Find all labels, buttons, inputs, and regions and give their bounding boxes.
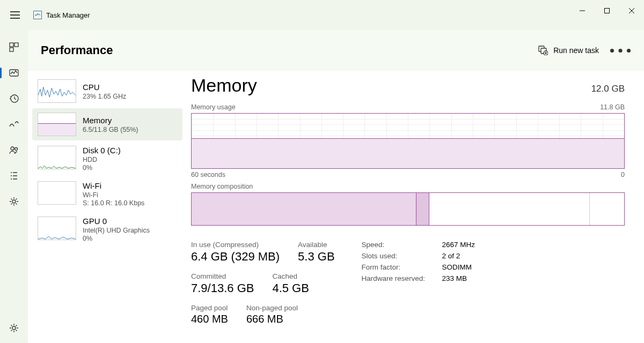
gpu-thumb [38, 217, 76, 240]
detail-panel: Memory 12.0 GB Memory usage 11.8 GB 60 s… [182, 71, 644, 343]
perf-name: Disk 0 (C:) [83, 146, 121, 155]
perf-sub: 6.5/11.8 GB (55%) [83, 126, 138, 133]
info-speed-v: 2667 MHz [442, 241, 475, 249]
perf-sub: HDD [83, 156, 121, 163]
detail-title: Memory [191, 75, 591, 96]
nav-startup[interactable] [3, 114, 25, 135]
titlebar: Task Manager [0, 0, 644, 30]
svg-rect-2 [14, 43, 18, 47]
stat-paged-label: Paged pool [191, 304, 228, 312]
nav-users[interactable] [3, 139, 25, 161]
composition-label: Memory composition [191, 183, 253, 190]
disk-thumb [38, 146, 76, 169]
usage-max: 11.8 GB [600, 103, 625, 111]
info-reserved-v: 233 MB [442, 274, 467, 282]
svg-point-13 [610, 48, 614, 52]
app-title: Task Manager [46, 11, 90, 19]
svg-rect-3 [10, 48, 13, 51]
info-speed-k: Speed: [362, 241, 442, 249]
menu-button[interactable] [4, 4, 26, 26]
main-header: Performance Run new task [28, 30, 644, 71]
nav-services[interactable] [3, 191, 25, 212]
cpu-thumb [38, 79, 76, 103]
minimize-button[interactable] [570, 0, 595, 21]
memory-usage-chart [191, 113, 625, 169]
stat-paged-value: 460 MB [191, 313, 228, 325]
axis-right: 0 [621, 171, 625, 178]
detail-total: 12.0 GB [591, 84, 625, 94]
nav-details[interactable] [3, 165, 25, 187]
stat-cached-label: Cached [272, 272, 309, 280]
info-reserved-k: Hardware reserved: [362, 274, 442, 282]
more-options-button[interactable] [610, 40, 631, 61]
svg-point-15 [627, 48, 631, 52]
usage-label: Memory usage [191, 103, 236, 111]
perf-item-memory[interactable]: Memory 6.5/11.8 GB (55%) [32, 108, 182, 140]
nav-performance[interactable] [3, 62, 25, 84]
svg-rect-1 [10, 43, 13, 47]
perf-sub2: 0% [83, 164, 121, 172]
stat-nonpaged-value: 666 MB [246, 313, 298, 325]
perf-item-gpu[interactable]: GPU 0 Intel(R) UHD Graphics 0% [32, 212, 182, 247]
stat-committed-label: Committed [191, 272, 254, 280]
app-icon [33, 11, 42, 19]
main-panel: Performance Run new task CPU 23% 1.65 GH… [28, 30, 644, 343]
perf-sub2: S: 16.0 R: 16.0 Kbps [83, 199, 144, 207]
stat-available-label: Available [298, 241, 334, 249]
perf-sub: Wi-Fi [83, 191, 144, 199]
perf-sub2: 0% [83, 235, 150, 242]
axis-left: 60 seconds [191, 171, 225, 178]
window-controls [570, 0, 644, 21]
info-form-v: SODIMM [442, 263, 472, 271]
svg-rect-0 [605, 9, 610, 13]
info-slots-k: Slots used: [362, 252, 442, 260]
nav-processes[interactable] [3, 36, 25, 58]
perf-name: CPU [83, 83, 126, 92]
perf-sub: 23% 1.65 GHz [83, 93, 126, 100]
svg-point-14 [618, 48, 622, 52]
svg-point-6 [11, 147, 14, 150]
svg-point-7 [15, 148, 18, 151]
wifi-thumb [38, 181, 76, 205]
stat-available-value: 5.3 GB [298, 250, 334, 264]
close-button[interactable] [619, 0, 644, 21]
page-title: Performance [41, 43, 534, 57]
perf-item-disk[interactable]: Disk 0 (C:) HDD 0% [32, 141, 182, 176]
stat-inuse-label: In use (Compressed) [191, 241, 280, 249]
content: CPU 23% 1.65 GHz Memory 6.5/11.8 GB (55%… [28, 71, 644, 343]
stat-nonpaged-label: Non-paged pool [246, 304, 298, 312]
nav-rail [0, 30, 28, 343]
info-slots-v: 2 of 2 [442, 252, 460, 260]
memory-stats: In use (Compressed) 6.4 GB (329 MB) Avai… [191, 241, 625, 325]
perf-name: Wi-Fi [83, 181, 144, 190]
nav-app-history[interactable] [3, 88, 25, 109]
memory-composition-chart [191, 192, 625, 226]
memory-thumb [38, 113, 76, 136]
stat-inuse-value: 6.4 GB (329 MB) [191, 250, 280, 264]
svg-point-8 [12, 200, 16, 203]
svg-point-9 [12, 326, 16, 330]
run-new-task-button[interactable]: Run new task [534, 42, 603, 58]
perf-name: GPU 0 [83, 217, 150, 226]
stat-committed-value: 7.9/13.6 GB [191, 281, 254, 295]
perf-item-cpu[interactable]: CPU 23% 1.65 GHz [32, 75, 182, 107]
maximize-button[interactable] [595, 0, 619, 21]
run-new-task-label: Run new task [553, 46, 599, 55]
perf-name: Memory [83, 116, 138, 125]
perf-item-wifi[interactable]: Wi-Fi Wi-Fi S: 16.0 R: 16.0 Kbps [32, 177, 182, 211]
performance-list: CPU 23% 1.65 GHz Memory 6.5/11.8 GB (55%… [28, 71, 182, 343]
stat-cached-value: 4.5 GB [272, 281, 309, 295]
perf-sub: Intel(R) UHD Graphics [83, 227, 150, 234]
nav-settings[interactable] [3, 317, 25, 339]
info-form-k: Form factor: [362, 263, 442, 271]
